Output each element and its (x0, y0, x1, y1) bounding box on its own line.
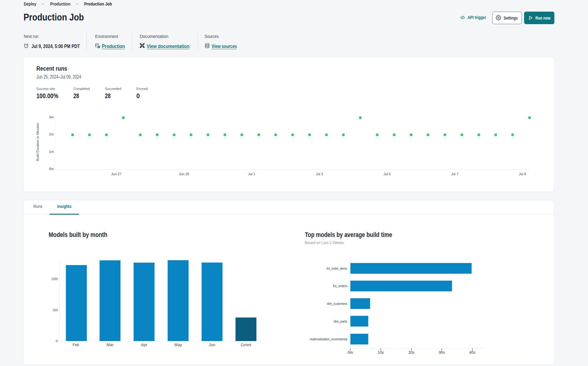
svg-text:Jul 1: Jul 1 (248, 172, 255, 176)
svg-text:Feb: Feb (73, 343, 79, 347)
svg-text:dim_parts: dim_parts (334, 320, 347, 323)
svg-text:1000: 1000 (51, 277, 58, 281)
svg-text:500: 500 (53, 308, 58, 312)
svg-text:0: 0 (56, 339, 58, 343)
svg-text:1m: 1m (49, 150, 54, 153)
svg-text:0m: 0m (49, 167, 54, 171)
svg-text:30s: 30s (439, 350, 445, 355)
svg-text:Build Duration in Minutes: Build Duration in Minutes (36, 123, 39, 161)
svg-text:Jul 7: Jul 7 (451, 172, 458, 176)
svg-text:Jul 3: Jul 3 (316, 172, 323, 176)
svg-text:fct_order_items: fct_order_items (327, 267, 347, 270)
svg-text:fct_orders: fct_orders (333, 284, 347, 288)
svg-text:Mar: Mar (106, 343, 113, 347)
svg-text:10s: 10s (378, 350, 384, 355)
svg-text:Jun 27: Jun 27 (111, 172, 121, 176)
svg-text:materialization_incremental: materialization_incremental (310, 337, 347, 341)
svg-text:2m: 2m (49, 132, 54, 136)
svg-text:Jun: Jun (209, 343, 215, 347)
svg-text:Apr: Apr (141, 343, 147, 347)
svg-text:20s: 20s (408, 350, 414, 355)
svg-text:Jul 9: Jul 9 (519, 172, 526, 176)
svg-text:Jun 29: Jun 29 (179, 172, 189, 176)
svg-text:0m: 0m (348, 350, 353, 355)
svg-text:3m: 3m (49, 115, 54, 119)
svg-text:dim_customers: dim_customers (327, 302, 347, 305)
svg-text:Jul 5: Jul 5 (383, 172, 390, 176)
svg-text:May: May (174, 343, 182, 347)
svg-text:40s: 40s (469, 350, 475, 355)
svg-text:Current: Current (241, 343, 251, 347)
